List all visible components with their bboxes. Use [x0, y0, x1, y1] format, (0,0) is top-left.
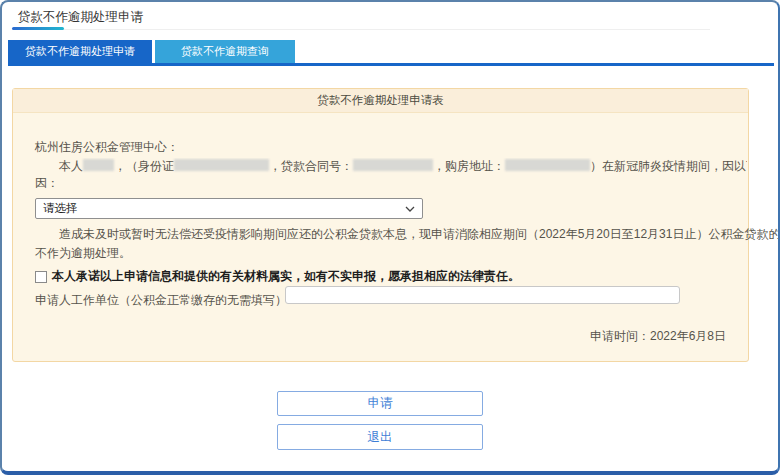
work-unit-label: 申请人工作单位（公积金正常缴存的无需填写）：: [35, 292, 299, 309]
application-form: 贷款不作逾期处理申请表 杭州住房公积金管理中心： 本人，（身份证，贷款合同号：，…: [12, 88, 749, 362]
title-divider: [12, 29, 710, 30]
intro-prefix: 本人: [59, 159, 83, 173]
promise-checkbox[interactable]: [35, 271, 47, 283]
page-title: 贷款不作逾期处理申请: [18, 9, 143, 26]
redacted-name: [83, 159, 114, 171]
promise-row: 本人承诺以上申请信息和提供的有关材料属实，如有不实申报，愿承担相应的法律责任。: [35, 268, 520, 285]
reason-select-value: 请选择: [43, 201, 78, 216]
intro-line-wrap: 因：: [35, 175, 59, 192]
tab-overdue-query[interactable]: 贷款不作逾期查询: [155, 40, 295, 63]
apply-time: 申请时间：2022年6月8日: [590, 328, 726, 345]
reason-select[interactable]: 请选择: [35, 198, 423, 219]
chevron-down-icon: [405, 206, 415, 212]
statement-line-1: 造成未及时或暂时无法偿还受疫情影响期间应还的公积金贷款本息，现申请消除相应期间（…: [35, 226, 780, 243]
redacted-id-number: [174, 159, 269, 171]
statement-line-2: 不作为逾期处理。: [35, 245, 131, 262]
work-unit-input[interactable]: [285, 286, 680, 304]
tab-underline: [8, 63, 774, 66]
form-title: 贷款不作逾期处理申请表: [13, 89, 748, 113]
intro-id-label: ，（身份证: [114, 159, 174, 173]
intro-line: 本人，（身份证，贷款合同号：，购房地址：）在新冠肺炎疫情期间，因以下原: [35, 158, 747, 175]
salutation: 杭州住房公积金管理中心：: [35, 139, 179, 156]
exit-button[interactable]: 退出: [277, 424, 483, 450]
intro-address-label: ，购房地址：: [433, 159, 505, 173]
redacted-address: [505, 159, 590, 171]
tab-bar: 贷款不作逾期处理申请 贷款不作逾期查询: [8, 40, 295, 63]
title-accent-bar: [12, 27, 64, 30]
intro-suffix: ）在新冠肺炎疫情期间，因以下原: [590, 159, 747, 173]
tab-overdue-apply[interactable]: 贷款不作逾期处理申请: [8, 40, 152, 63]
page: 贷款不作逾期处理申请 贷款不作逾期处理申请 贷款不作逾期查询 贷款不作逾期处理申…: [0, 0, 780, 475]
apply-button[interactable]: 申请: [277, 391, 483, 416]
intro-contract-label: ，贷款合同号：: [269, 159, 353, 173]
redacted-contract-number: [353, 159, 433, 171]
promise-text: 本人承诺以上申请信息和提供的有关材料属实，如有不实申报，愿承担相应的法律责任。: [52, 268, 520, 285]
